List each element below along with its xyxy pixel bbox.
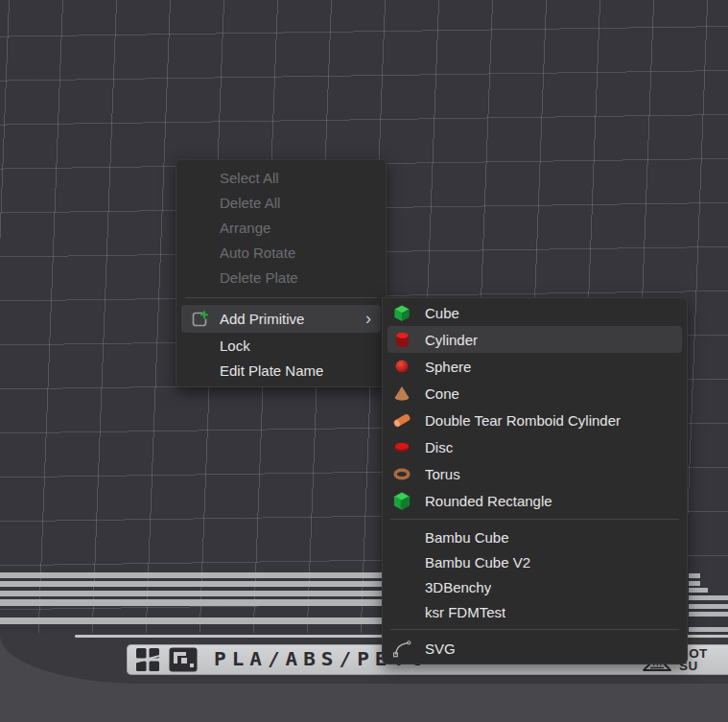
rounded-rectangle-icon: [393, 492, 411, 510]
plate-stripe: [689, 604, 728, 609]
menu-item-delete-plate: Delete Plate: [176, 265, 386, 290]
cube-icon: [393, 304, 411, 322]
submenu-item-cube[interactable]: Cube: [383, 299, 687, 326]
plate-stripe: [0, 599, 403, 606]
submenu-item-cylinder[interactable]: Cylinder: [387, 326, 682, 353]
plate-type-logo: [169, 647, 198, 672]
submenu-item-3dbenchy[interactable]: 3DBenchy: [383, 574, 687, 599]
plate-stripe: [689, 627, 728, 632]
submenu-separator: [390, 629, 679, 630]
submenu-item-ksr-fdmtest[interactable]: ksr FDMTest: [383, 599, 687, 624]
menu-item-edit-plate-name[interactable]: Edit Plate Name: [176, 358, 386, 383]
plate-stripe: [689, 588, 708, 593]
submenu-item-cone[interactable]: Cone: [383, 380, 687, 407]
menu-item-lock[interactable]: Lock: [176, 333, 386, 358]
plate-stripe: [689, 573, 700, 578]
plate-stripe: [0, 572, 403, 578]
plate-stripe: [0, 581, 403, 587]
add-primitive-icon: [190, 310, 209, 329]
disc-icon: [394, 442, 410, 453]
plate-stripe: [689, 581, 700, 586]
menu-item-delete-all: Delete All: [176, 190, 386, 215]
menu-item-arrange: Arrange: [176, 215, 386, 240]
add-primitive-submenu: Cube Cylinder Sphere Con: [382, 297, 688, 664]
plate-stripe: [0, 591, 403, 596]
plate-stripe: [0, 617, 403, 624]
bezier-curve-icon: [392, 638, 411, 660]
chevron-right-icon: ›: [365, 310, 371, 329]
plate-stripe: [689, 595, 728, 600]
menu-separator: [185, 297, 377, 298]
menu-item-select-all: Select All: [176, 165, 386, 190]
sphere-icon: [395, 360, 409, 373]
romboid-cylinder-icon: [392, 411, 411, 430]
cone-icon: [393, 385, 411, 401]
submenu-item-rounded-rectangle[interactable]: Rounded Rectangle: [383, 487, 687, 514]
cylinder-icon: [395, 331, 410, 349]
menu-item-auto-rotate: Auto Rotate: [176, 240, 386, 265]
plate-context-menu: Select All Delete All Arrange Auto Rotat…: [176, 159, 387, 387]
plate-stripe: [689, 612, 728, 617]
submenu-item-bambu-cube[interactable]: Bambu Cube: [383, 524, 687, 549]
submenu-item-double-tear-romboid-cylinder[interactable]: Double Tear Romboid Cylinder: [383, 407, 687, 433]
submenu-item-svg[interactable]: SVG: [383, 635, 687, 662]
menu-item-add-primitive[interactable]: Add Primitive ›: [181, 305, 381, 333]
torus-icon: [393, 468, 411, 480]
submenu-item-disc[interactable]: Disc: [383, 433, 687, 460]
submenu-item-sphere[interactable]: Sphere: [383, 353, 687, 380]
submenu-item-torus[interactable]: Torus: [383, 460, 687, 487]
bambu-lab-logo: [135, 647, 160, 672]
submenu-separator: [390, 519, 679, 520]
submenu-item-bambu-cube-v2[interactable]: Bambu Cube V2: [383, 549, 687, 574]
